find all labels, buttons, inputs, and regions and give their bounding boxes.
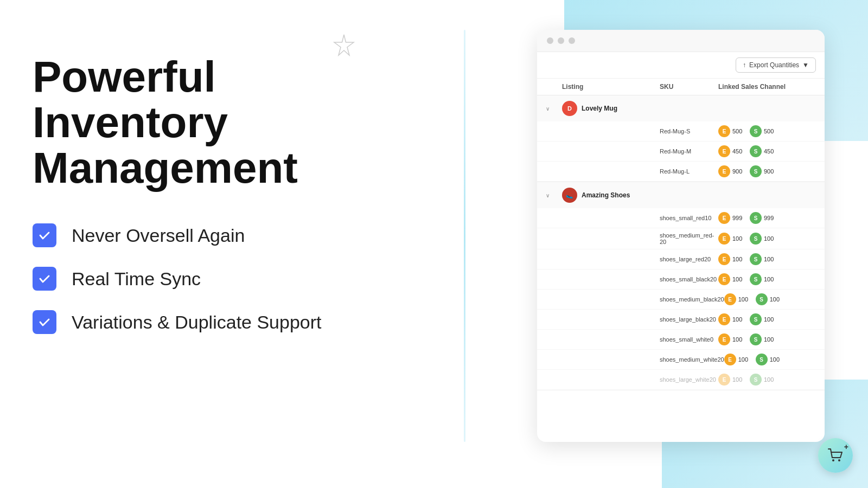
etsy-badge: E — [724, 293, 736, 305]
shopify-qty: 100 — [770, 296, 785, 303]
shopify-badge: S — [750, 253, 762, 265]
channel-cell-shoes-large-red: E 100 S 100 — [718, 253, 816, 265]
etsy-badge: E — [724, 354, 736, 365]
window-titlebar — [537, 30, 825, 52]
export-label: Export Quantities — [749, 61, 799, 69]
expand-icon-lovely-mug: ∨ — [546, 106, 562, 112]
checkbox-icon-never-oversell — [33, 223, 56, 247]
toolbar: ↑ Export Quantities ▼ — [537, 52, 825, 79]
etsy-badge: E — [718, 212, 730, 224]
etsy-badge: E — [718, 125, 730, 137]
checkbox-icon-real-time-sync — [33, 267, 56, 291]
shopify-badge: S — [750, 212, 762, 224]
shopify-badge: S — [756, 354, 768, 365]
etsy-badge: E — [718, 273, 730, 285]
product-thumb-lovely-mug: D — [562, 101, 577, 116]
titlebar-dot-2 — [558, 37, 564, 44]
channel-cell-shoes-large-white: E 100 S 100 — [718, 374, 816, 386]
sku-text-shoes-med-black: shoes_medium_black20 — [660, 296, 724, 303]
shopify-qty-red-mug-s: 500 — [764, 128, 779, 134]
product-header-lovely-mug[interactable]: ∨ D Lovely Mug — [537, 95, 825, 121]
product-group-lovely-mug: ∨ D Lovely Mug Red-Mug-S E 500 — [537, 95, 825, 182]
col-header-sku: SKU — [660, 83, 718, 91]
channel-cell-red-mug-m: E 450 S 450 — [718, 145, 816, 157]
etsy-qty: 100 — [732, 235, 748, 242]
product-group-amazing-shoes: ∨ 🥿 Amazing Shoes shoes_small_red10 E — [537, 182, 825, 390]
channel-cell-shoes-small-white: E 100 S 100 — [718, 333, 816, 345]
sku-text-red-mug-s: Red-Mug-S — [660, 128, 718, 134]
shopify-badge: S — [750, 374, 762, 386]
cart-fab-button[interactable]: + — [818, 438, 853, 473]
product-name-cell-lovely-mug: D Lovely Mug — [562, 101, 660, 116]
titlebar-dot-3 — [569, 37, 575, 44]
col-header-channel: Linked Sales Channel — [718, 83, 816, 91]
shopify-badge: S — [750, 333, 762, 345]
shopify-badge: S — [750, 313, 762, 325]
etsy-badge: E — [718, 145, 730, 157]
shopify-qty: 100 — [764, 256, 779, 262]
etsy-badge: E — [718, 253, 730, 265]
export-quantities-button[interactable]: ↑ Export Quantities ▼ — [736, 57, 816, 73]
channel-cell-shoes-med-black: E 100 S 100 — [724, 293, 822, 305]
sku-row-shoes-large-white: shoes_large_white20 E 100 S 100 — [537, 370, 825, 390]
etsy-badge: E — [718, 313, 730, 325]
sku-text-shoes-small-black: shoes_small_black20 — [660, 276, 718, 282]
etsy-qty-red-mug-l: 900 — [732, 168, 748, 175]
etsy-qty: 100 — [738, 356, 754, 363]
shopify-qty: 100 — [764, 316, 779, 323]
channel-cell-shoes-small-black: E 100 S 100 — [718, 273, 816, 285]
shopify-qty: 100 — [764, 336, 779, 343]
product-thumb-amazing-shoes: 🥿 — [562, 188, 577, 203]
etsy-qty: 100 — [732, 276, 748, 282]
sku-row-red-mug-l: Red-Mug-L E 900 S 900 — [537, 162, 825, 182]
channel-cell-red-mug-l: E 900 S 900 — [718, 165, 816, 177]
sku-row-shoes-med-white: shoes_medium_white20 E 100 S 100 — [537, 350, 825, 370]
etsy-qty: 100 — [732, 376, 748, 383]
sku-row-shoes-small-white: shoes_small_white0 E 100 S 100 — [537, 330, 825, 350]
sku-text-shoes-small-red: shoes_small_red10 — [660, 215, 718, 221]
sku-row-red-mug-m: Red-Mug-M E 450 S 450 — [537, 142, 825, 162]
shopify-badge: S — [750, 125, 762, 137]
etsy-qty-red-mug-m: 450 — [732, 148, 748, 155]
channel-cell-shoes-large-black: E 100 S 100 — [718, 313, 816, 325]
etsy-badge: E — [718, 333, 730, 345]
shopify-badge: S — [750, 145, 762, 157]
etsy-qty: 100 — [732, 256, 748, 262]
etsy-qty: 100 — [738, 296, 754, 303]
shopify-qty-red-mug-m: 450 — [764, 148, 779, 155]
etsy-badge: E — [718, 374, 730, 386]
sku-row-red-mug-s: Red-Mug-S E 500 S 500 — [537, 121, 825, 142]
etsy-badge: E — [718, 165, 730, 177]
app-window: ↑ Export Quantities ▼ Listing SKU Linked… — [537, 30, 825, 442]
channel-cell-red-mug-s: E 500 S 500 — [718, 125, 816, 137]
left-section: Powerful Inventory Management Never Over… — [33, 54, 423, 334]
etsy-badge: E — [718, 233, 730, 245]
shopify-badge: S — [750, 233, 762, 245]
shopify-qty-red-mug-l: 900 — [764, 168, 779, 175]
sku-text-red-mug-m: Red-Mug-M — [660, 148, 718, 155]
dropdown-arrow-icon: ▼ — [802, 61, 809, 69]
etsy-qty: 100 — [732, 316, 748, 323]
sku-text-shoes-large-red: shoes_large_red20 — [660, 256, 718, 262]
sku-text-shoes-med-white: shoes_medium_white20 — [660, 356, 724, 363]
titlebar-dot-1 — [547, 37, 553, 44]
checkbox-icon-variations — [33, 310, 56, 334]
shopify-qty: 999 — [764, 215, 779, 221]
sku-text-red-mug-l: Red-Mug-L — [660, 168, 718, 175]
product-header-amazing-shoes[interactable]: ∨ 🥿 Amazing Shoes — [537, 182, 825, 208]
section-divider — [464, 30, 465, 442]
shopify-badge: S — [756, 293, 768, 305]
table-header: Listing SKU Linked Sales Channel — [537, 79, 825, 95]
shopify-badge: S — [750, 165, 762, 177]
col-header-expand — [546, 83, 562, 91]
etsy-qty-red-mug-s: 500 — [732, 128, 748, 134]
shopify-qty: 100 — [770, 356, 785, 363]
shopify-qty: 100 — [764, 235, 779, 242]
expand-icon-amazing-shoes: ∨ — [546, 192, 562, 198]
sku-text-shoes-large-white: shoes_large_white20 — [660, 376, 718, 383]
feature-item-real-time-sync: Real Time Sync — [33, 267, 423, 291]
channel-cell-shoes-med-white: E 100 S 100 — [724, 354, 822, 365]
feature-label-variations: Variations & Duplicate Support — [72, 312, 322, 333]
product-name-cell-amazing-shoes: 🥿 Amazing Shoes — [562, 188, 660, 203]
feature-label-real-time-sync: Real Time Sync — [72, 268, 201, 290]
